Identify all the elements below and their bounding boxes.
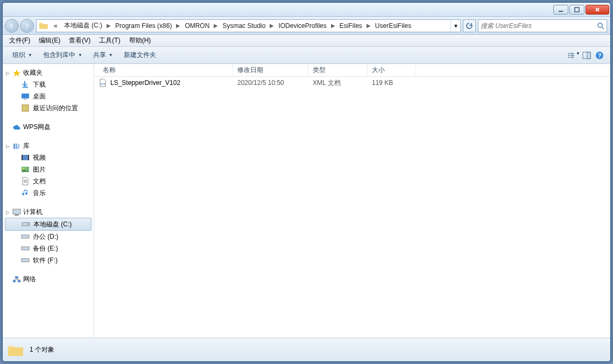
- breadcrumb-item[interactable]: 本地磁盘 (C:): [61, 20, 105, 32]
- chevron-right-icon: ▶: [269, 23, 275, 28]
- sidebar-item-desktop[interactable]: 桌面: [3, 90, 94, 102]
- menu-tools[interactable]: 工具(T): [95, 36, 124, 45]
- address-bar[interactable]: « 本地磁盘 (C:)▶ Program Files (x86)▶ OMRON▶…: [36, 19, 461, 32]
- item-label: 下载: [33, 80, 46, 89]
- document-icon: [21, 177, 30, 185]
- preview-pane-button[interactable]: [580, 51, 593, 60]
- file-date: 2020/12/5 10:50: [233, 79, 308, 87]
- item-label: 视频: [33, 153, 46, 162]
- col-type[interactable]: 类型: [308, 64, 368, 76]
- svg-rect-31: [13, 280, 16, 282]
- help-button[interactable]: ?: [593, 51, 606, 60]
- item-label: 办公 (D:): [33, 232, 58, 241]
- menubar: 文件(F) 编辑(E) 查看(V) 工具(T) 帮助(H): [3, 35, 610, 47]
- titlebar: [3, 3, 610, 17]
- sidebar-item-drive-e[interactable]: 备份 (E:): [3, 242, 94, 254]
- network-label: 网络: [23, 275, 36, 284]
- item-label: 文档: [33, 176, 46, 186]
- breadcrumb-item[interactable]: IODeviceProfiles: [275, 20, 329, 32]
- forward-button[interactable]: [20, 19, 34, 33]
- col-size[interactable]: 大小: [368, 64, 416, 76]
- share-label: 共享: [93, 51, 106, 60]
- svg-point-2: [598, 23, 602, 27]
- recent-icon: [21, 104, 30, 112]
- svg-rect-7: [568, 56, 570, 58]
- new-folder-button[interactable]: 新建文件夹: [118, 47, 161, 63]
- share-button[interactable]: 共享▼: [88, 47, 118, 63]
- svg-rect-30: [22, 259, 29, 262]
- include-label: 包含到库中: [43, 51, 75, 60]
- drive-icon: [22, 220, 30, 229]
- xml-file-icon: xml: [98, 78, 107, 87]
- column-headers: 名称 修改日期 类型 大小: [94, 64, 610, 77]
- back-button[interactable]: [5, 19, 19, 33]
- chevron-right-icon: ▶: [330, 23, 336, 28]
- menu-view[interactable]: 查看(V): [65, 36, 95, 45]
- drive-icon: [21, 244, 30, 253]
- include-in-library-button[interactable]: 包含到库中▼: [38, 47, 88, 63]
- newfolder-label: 新建文件夹: [124, 51, 156, 60]
- col-name[interactable]: 名称: [98, 64, 233, 76]
- svg-rect-6: [570, 55, 574, 56]
- menu-edit[interactable]: 编辑(E): [34, 36, 65, 45]
- menu-help[interactable]: 帮助(H): [125, 36, 156, 45]
- breadcrumb-item[interactable]: EsiFiles: [336, 20, 365, 32]
- breadcrumb-item[interactable]: Sysmac Studio: [219, 20, 269, 32]
- minimize-button[interactable]: [553, 5, 568, 15]
- item-label: 备份 (E:): [33, 244, 58, 253]
- sidebar-item-drive-f[interactable]: 软件 (F:): [3, 254, 94, 266]
- sidebar-item-documents[interactable]: 文档: [3, 175, 94, 187]
- maximize-button[interactable]: [569, 5, 584, 15]
- organize-button[interactable]: 组织▼: [7, 47, 38, 63]
- explorer-window: « 本地磁盘 (C:)▶ Program Files (x86)▶ OMRON▶…: [2, 2, 611, 362]
- search-icon: [597, 22, 604, 30]
- svg-rect-13: [22, 94, 29, 98]
- sidebar-item-pictures[interactable]: 图片: [3, 163, 94, 175]
- expand-icon: ▷: [6, 144, 10, 149]
- menu-file[interactable]: 文件(F): [5, 36, 34, 45]
- chevron-right-icon: ▶: [365, 23, 372, 28]
- chevron-right-icon: ▶: [105, 23, 112, 28]
- svg-rect-21: [28, 155, 29, 160]
- sidebar-item-drive-d[interactable]: 办公 (D:): [3, 231, 94, 242]
- refresh-button[interactable]: [463, 19, 476, 32]
- sidebar-libraries-header[interactable]: ▷库: [3, 140, 94, 152]
- sidebar-item-drive-c[interactable]: 本地磁盘 (C:): [5, 218, 91, 231]
- sidebar-network: 网络: [3, 274, 94, 285]
- sidebar-wps-header[interactable]: WPS网盘: [3, 122, 94, 133]
- library-icon: [12, 142, 21, 151]
- chevron-down-icon: ▼: [78, 53, 82, 58]
- sidebar-item-music[interactable]: 音乐: [3, 187, 94, 199]
- search-input[interactable]: [481, 22, 597, 30]
- toolbar: 组织▼ 包含到库中▼ 共享▼ 新建文件夹 ▼ ?: [3, 47, 610, 64]
- item-label: 本地磁盘 (C:): [33, 219, 72, 229]
- svg-rect-5: [568, 55, 570, 56]
- breadcrumb-item[interactable]: OMRON: [181, 20, 213, 32]
- svg-rect-14: [24, 99, 27, 99]
- sidebar-favorites-header[interactable]: ▷收藏夹: [3, 67, 94, 78]
- sidebar-item-downloads[interactable]: 下载: [3, 78, 94, 90]
- sidebar-network-header[interactable]: 网络: [3, 274, 94, 285]
- close-button[interactable]: [586, 5, 609, 15]
- breadcrumb-item[interactable]: Program Files (x86): [112, 20, 175, 32]
- sidebar-item-video[interactable]: 视频: [3, 152, 94, 163]
- svg-rect-1: [575, 8, 579, 12]
- sidebar-item-recent[interactable]: 最近访问的位置: [3, 102, 94, 114]
- chevron-down-icon: ▼: [28, 53, 32, 58]
- svg-rect-25: [15, 215, 19, 216]
- file-list[interactable]: xmlLS_StepperDriver_V102 2020/12/5 10:50…: [94, 77, 610, 338]
- sidebar-computer-header[interactable]: ▷计算机: [3, 206, 94, 218]
- sidebar: ▷收藏夹 下载 桌面 最近访问的位置 WPS网盘 ▷库 视频 图片 文档 音乐 …: [3, 64, 94, 338]
- col-date[interactable]: 修改日期: [233, 64, 308, 76]
- file-row[interactable]: xmlLS_StepperDriver_V102 2020/12/5 10:50…: [94, 77, 610, 89]
- view-mode-button[interactable]: ▼: [567, 51, 580, 60]
- wps-label: WPS网盘: [23, 123, 51, 132]
- breadcrumb-item[interactable]: UserEsiFiles: [372, 20, 414, 32]
- search-box[interactable]: [478, 19, 607, 32]
- address-dropdown[interactable]: ▾: [450, 20, 460, 32]
- sidebar-computer: ▷计算机 本地磁盘 (C:) 办公 (D:) 备份 (E:) 软件 (F:): [3, 206, 94, 266]
- svg-rect-28: [22, 235, 29, 238]
- star-icon: [12, 69, 21, 77]
- pictures-icon: [21, 165, 30, 174]
- file-type: XML 文档: [308, 78, 368, 88]
